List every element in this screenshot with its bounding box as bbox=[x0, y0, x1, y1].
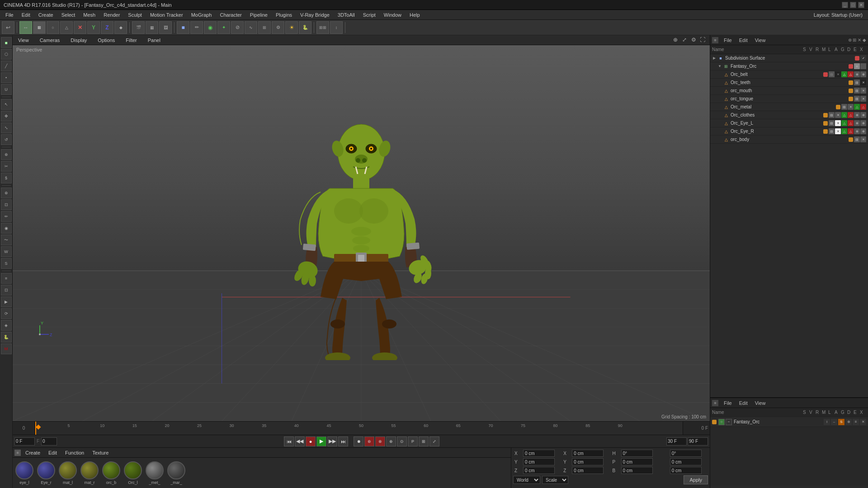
menu-mograph[interactable]: MoGraph bbox=[188, 10, 216, 19]
pb-anim-btn[interactable]: ⊙ bbox=[397, 436, 407, 446]
attr-mgr-edit[interactable]: Edit bbox=[737, 399, 750, 407]
mat-item-orc-l[interactable]: Orc_l bbox=[124, 461, 142, 485]
coord-b-input[interactable] bbox=[621, 467, 653, 474]
menu-help[interactable]: Help bbox=[406, 10, 424, 19]
pb-ik-btn[interactable]: P bbox=[408, 436, 418, 446]
coord-mode1-select[interactable]: World Local Screen bbox=[513, 476, 540, 484]
obj-row-orc-clothes[interactable]: △ Orc_clothes ▤ ✕ △ △ ⊕ ⊕ bbox=[710, 111, 868, 119]
mat-item-mat-l[interactable]: mat_l bbox=[59, 461, 77, 485]
sidebar-axis-btn[interactable]: ⊕ bbox=[1, 188, 12, 198]
coord-extra2-input[interactable] bbox=[670, 458, 702, 465]
sidebar-live-btn[interactable]: ⊕ bbox=[1, 149, 12, 160]
coord-sz-input[interactable] bbox=[572, 467, 604, 474]
menu-mesh[interactable]: Mesh bbox=[80, 10, 99, 19]
undo-button[interactable]: ↩ bbox=[2, 21, 14, 34]
coord-z-input[interactable] bbox=[523, 467, 555, 474]
vp-maximize-icon[interactable]: ⤢ bbox=[681, 36, 688, 43]
sidebar-snap-btn[interactable]: ⊡ bbox=[1, 199, 12, 210]
mode-x[interactable]: ✕ bbox=[74, 21, 86, 34]
coord-extra3-input[interactable] bbox=[670, 467, 702, 474]
sidebar-rotate-btn[interactable]: ↺ bbox=[1, 134, 12, 145]
render-area[interactable]: ▦ bbox=[146, 21, 158, 34]
timeline-ruler[interactable]: 5 10 15 20 25 30 35 40 45 50 55 60 65 70… bbox=[35, 422, 683, 435]
object-light[interactable]: ☀ bbox=[285, 21, 298, 34]
obj-row-orc-tongue[interactable]: △ orc_tongue ▤ ✕ bbox=[710, 95, 868, 103]
sidebar-paint-btn[interactable]: ✏ bbox=[1, 211, 12, 222]
menu-select[interactable]: Select bbox=[58, 10, 79, 19]
sidebar-weight-btn[interactable]: W bbox=[1, 246, 12, 257]
mat-item-met[interactable]: _met_ bbox=[146, 461, 164, 485]
obj-row-orc-body[interactable]: △ orc_body ▤ ✕ bbox=[710, 136, 868, 144]
menu-character[interactable]: Character bbox=[216, 10, 245, 19]
sidebar-knife-btn[interactable]: ✂ bbox=[1, 161, 12, 172]
vp-menu-filter[interactable]: Filter bbox=[124, 37, 138, 44]
render-pic[interactable]: 🖼 bbox=[159, 21, 172, 34]
sidebar-scale-btn[interactable]: ⤡ bbox=[1, 122, 12, 133]
pb-record-btn[interactable]: ● bbox=[306, 436, 316, 446]
sidebar-script2-btn[interactable]: S bbox=[1, 258, 12, 269]
obj-mgr-edit[interactable]: Edit bbox=[737, 37, 750, 44]
obj-row-subdivision[interactable]: ▶ ■ Subdivision Surface ✓ bbox=[710, 54, 868, 62]
apply-button[interactable]: Apply bbox=[684, 475, 708, 484]
sidebar-hair-btn[interactable]: 〜 bbox=[1, 235, 12, 245]
menu-file[interactable]: File bbox=[2, 10, 17, 19]
menu-sculpt[interactable]: Sculpt bbox=[124, 10, 146, 19]
minimize-button[interactable]: _ bbox=[842, 2, 848, 8]
mode-z[interactable]: Z bbox=[101, 21, 113, 34]
pb-key-btn[interactable]: ⊕ bbox=[386, 436, 396, 446]
sidebar-tag-btn[interactable]: ⊡ bbox=[1, 285, 12, 296]
vp-menu-panel[interactable]: Panel bbox=[146, 37, 162, 44]
menu-3dtoall[interactable]: 3DToAll bbox=[334, 10, 359, 19]
fps-input[interactable] bbox=[666, 437, 687, 446]
object-python[interactable]: 🐍 bbox=[299, 21, 311, 34]
sidebar-anim-btn[interactable]: ▶ bbox=[1, 296, 12, 307]
end-frame-input[interactable] bbox=[688, 437, 708, 446]
coord-y-input[interactable] bbox=[523, 458, 555, 465]
menu-window[interactable]: Window bbox=[380, 10, 405, 19]
mode-object[interactable]: ⊞ bbox=[33, 21, 46, 34]
vp-crosshair-icon[interactable]: ⊕ bbox=[672, 36, 679, 43]
menu-create[interactable]: Create bbox=[35, 10, 57, 19]
coord-sx-input[interactable] bbox=[572, 450, 604, 457]
mat-tab-create[interactable]: Create bbox=[22, 449, 44, 456]
menu-script[interactable]: Script bbox=[359, 10, 379, 19]
pb-prev-btn[interactable]: ◀◀ bbox=[295, 436, 305, 446]
sidebar-sculpt2-btn[interactable]: ◉ bbox=[1, 223, 12, 234]
sidebar-edge-btn[interactable]: ╱ bbox=[1, 61, 12, 71]
sidebar-bottom-btn[interactable]: M bbox=[1, 343, 12, 354]
mat-item-eye-l[interactable]: eye_l bbox=[15, 461, 33, 485]
vp-settings-icon[interactable]: ⚙ bbox=[690, 36, 697, 43]
object-pen[interactable]: ⊘ bbox=[231, 21, 244, 34]
vp-menu-display[interactable]: Display bbox=[69, 37, 89, 44]
object-box[interactable]: ⊞ bbox=[258, 21, 271, 34]
sidebar-cloth-btn[interactable]: ⟳ bbox=[1, 308, 12, 319]
object-green[interactable]: ◉ bbox=[204, 21, 217, 34]
maximize-button[interactable]: □ bbox=[850, 2, 856, 8]
attr-mgr-view[interactable]: View bbox=[753, 399, 768, 407]
obj-row-orc-teeth[interactable]: △ Orc_teeth ▤ ✕ bbox=[710, 79, 868, 87]
sidebar-move-btn[interactable]: ✥ bbox=[1, 111, 12, 122]
vp-fullscreen-icon[interactable]: ⛶ bbox=[699, 36, 706, 43]
menu-vray[interactable]: V-Ray Bridge bbox=[297, 10, 333, 19]
close-button[interactable]: ✕ bbox=[858, 2, 864, 8]
mode-c[interactable]: △ bbox=[60, 21, 73, 34]
vp-menu-cameras[interactable]: Cameras bbox=[38, 37, 62, 44]
sidebar-select-btn[interactable]: ↖ bbox=[1, 99, 12, 110]
mat-tab-texture[interactable]: Texture bbox=[89, 449, 112, 456]
sidebar-object-btn[interactable]: ■ bbox=[1, 37, 12, 48]
mat-item-mar[interactable]: _mar_ bbox=[167, 461, 185, 485]
pb-grid-btn[interactable]: ⊞ bbox=[419, 436, 429, 446]
mode-y[interactable]: Y bbox=[87, 21, 100, 34]
obj-row-orc-metal[interactable]: △ Orc_metal ▤ ✕ △ △ bbox=[710, 103, 868, 111]
object-spline[interactable]: ∿ bbox=[245, 21, 257, 34]
object-paint[interactable]: ✏ bbox=[190, 21, 203, 34]
menu-render[interactable]: Render bbox=[100, 10, 123, 19]
pb-play-btn[interactable]: ▶ bbox=[316, 436, 326, 446]
object-star[interactable]: ✦ bbox=[217, 21, 230, 34]
pb-loop-btn[interactable]: ⏺ bbox=[354, 436, 363, 446]
obj-mgr-view[interactable]: View bbox=[753, 37, 768, 44]
attr-mgr-file[interactable]: File bbox=[722, 399, 734, 407]
mat-item-orc-b[interactable]: orc_b bbox=[102, 461, 120, 485]
menu-plugins[interactable]: Plugins bbox=[272, 10, 296, 19]
obj-row-orc-mouth[interactable]: △ orc_mouth ▤ ✕ bbox=[710, 87, 868, 95]
